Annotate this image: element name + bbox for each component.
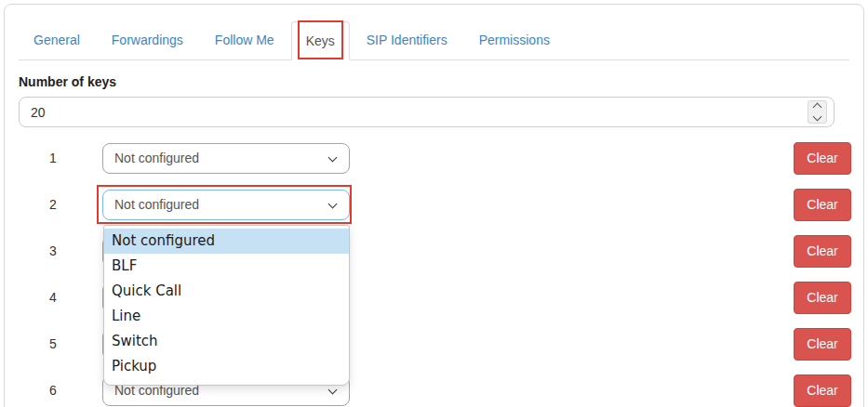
key-row-number: 3	[37, 236, 69, 267]
key-2-clear-button[interactable]: Clear	[794, 189, 851, 221]
dropdown-option-blf[interactable]: BLF	[104, 254, 349, 279]
key-1-clear-button[interactable]: Clear	[794, 142, 851, 175]
tab-sip-identifiers[interactable]: SIP Identifiers	[352, 20, 462, 59]
chevron-down-icon	[328, 153, 338, 163]
key-row-number: 4	[37, 282, 69, 313]
phone-keys-settings-page: General Forwardings Follow Me Keys SIP I…	[0, 0, 868, 407]
dropdown-option-pickup[interactable]: Pickup	[104, 354, 349, 379]
dropdown-option-quick-call[interactable]: Quick Call	[104, 279, 349, 304]
tab-keys[interactable]: Keys	[291, 21, 350, 60]
key-1-select-value: Not configured	[114, 151, 199, 165]
tab-bar: General Forwardings Follow Me Keys SIP I…	[19, 20, 849, 60]
chevron-down-icon	[328, 386, 338, 395]
tab-keys-label: Keys	[306, 33, 335, 48]
key-row-number: 2	[37, 190, 69, 220]
dropdown-option-not-configured[interactable]: Not configured	[104, 229, 349, 254]
key-4-clear-button[interactable]: Clear	[794, 282, 851, 314]
number-of-keys-input[interactable]	[19, 97, 835, 127]
select-dropdown-menu: Not configured BLF Quick Call Line Switc…	[103, 225, 350, 386]
key-2-select[interactable]: Not configured	[102, 190, 350, 220]
key-5-clear-button[interactable]: Clear	[794, 328, 851, 361]
dropdown-option-switch[interactable]: Switch	[104, 329, 349, 354]
tab-general[interactable]: General	[19, 20, 95, 59]
number-of-keys-label: Number of keys	[19, 74, 116, 89]
key-6-clear-button[interactable]: Clear	[794, 374, 851, 407]
tab-permissions[interactable]: Permissions	[464, 20, 565, 59]
tab-forwardings[interactable]: Forwardings	[97, 20, 198, 59]
key-row-number: 1	[37, 143, 69, 174]
dropdown-option-line[interactable]: Line	[104, 304, 349, 329]
tab-follow-me[interactable]: Follow Me	[200, 20, 289, 59]
number-stepper[interactable]	[808, 100, 827, 124]
key-3-clear-button[interactable]: Clear	[794, 235, 851, 268]
stepper-down-icon[interactable]	[813, 112, 822, 122]
stepper-up-icon[interactable]	[813, 103, 822, 112]
key-row-number: 6	[37, 375, 69, 406]
key-row-number: 5	[37, 329, 69, 360]
key-2-select-value: Not configured	[114, 197, 199, 212]
chevron-down-icon	[328, 200, 338, 209]
key-1-select[interactable]: Not configured	[102, 143, 350, 174]
